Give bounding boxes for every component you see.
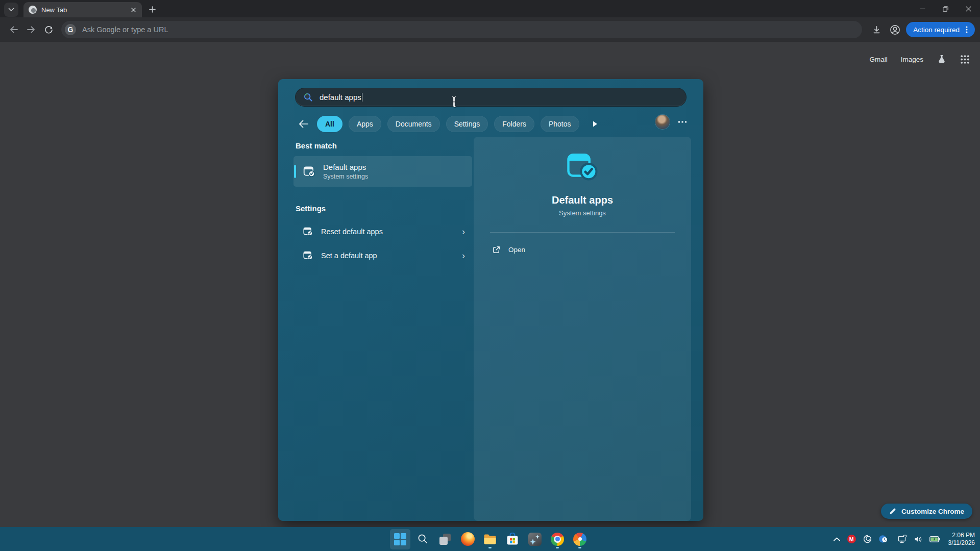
chevron-up-icon xyxy=(834,537,840,541)
search-back-button[interactable] xyxy=(297,117,310,131)
window-restore-button[interactable] xyxy=(934,0,957,17)
tab-close-button[interactable] xyxy=(129,5,138,14)
tray-volume-icon[interactable] xyxy=(914,536,922,543)
settings-item-reset-default-apps[interactable]: Reset default apps › xyxy=(293,220,472,243)
close-icon xyxy=(131,8,136,12)
play-icon xyxy=(593,121,598,127)
arrow-left-icon xyxy=(298,119,309,129)
running-indicator xyxy=(578,547,581,548)
customize-chrome-button[interactable]: Customize Chrome xyxy=(881,504,972,519)
close-icon xyxy=(966,6,971,12)
chromium-icon xyxy=(29,6,37,14)
google-apps-button[interactable] xyxy=(960,55,970,64)
browser-toolbar: G Ask Google or type a URL Action requir… xyxy=(0,17,980,42)
task-view-button[interactable] xyxy=(435,529,455,549)
search-results-column: Best match Default apps System settings xyxy=(293,136,472,267)
tab-title: New Tab xyxy=(41,6,129,14)
window-controls xyxy=(911,0,980,17)
chevron-right-icon: › xyxy=(462,251,465,260)
text-cursor xyxy=(451,96,457,108)
settings-item-label: Set a default app xyxy=(321,252,462,260)
profile-button[interactable] xyxy=(886,21,904,38)
new-tab-button[interactable] xyxy=(145,3,159,17)
reload-button[interactable] xyxy=(40,21,57,38)
tray-battery-icon[interactable] xyxy=(929,536,940,542)
tray-display-icon[interactable] xyxy=(898,535,907,543)
customize-chrome-label: Customize Chrome xyxy=(901,508,964,515)
action-required-label: Action required xyxy=(913,26,960,34)
system-tray: M xyxy=(834,527,975,551)
restore-icon xyxy=(943,6,948,12)
filter-pill-all[interactable]: All xyxy=(317,116,342,132)
best-match-header: Best match xyxy=(296,141,472,150)
menu-dots-icon[interactable] xyxy=(962,24,972,35)
search-query-text: default apps xyxy=(320,93,361,102)
window-close-button[interactable] xyxy=(957,0,980,17)
filter-pill-documents[interactable]: Documents xyxy=(387,116,440,132)
tab-new-tab[interactable]: New Tab xyxy=(23,2,142,17)
window-minimize-button[interactable] xyxy=(911,0,934,17)
open-action[interactable]: Open xyxy=(474,243,691,256)
filter-pill-apps[interactable]: Apps xyxy=(349,116,381,132)
tray-mega-icon[interactable]: M xyxy=(847,535,856,543)
labs-button[interactable] xyxy=(937,54,947,64)
images-link[interactable]: Images xyxy=(901,56,923,63)
tray-show-hidden-button[interactable] xyxy=(834,537,840,541)
windows-search-panel: default apps All Apps Documents Settings… xyxy=(278,79,703,521)
downloads-button[interactable] xyxy=(867,21,886,38)
best-match-item-default-apps[interactable]: Default apps System settings xyxy=(293,156,472,187)
back-button[interactable] xyxy=(5,21,22,38)
open-external-icon xyxy=(492,245,501,254)
settings-app-icon xyxy=(303,226,313,237)
taskbar-file-explorer-button[interactable] xyxy=(480,529,500,549)
taskbar-sparkle-app-button[interactable] xyxy=(525,529,545,549)
start-button[interactable] xyxy=(390,529,410,549)
gmail-link[interactable]: Gmail xyxy=(869,56,887,63)
reload-icon xyxy=(44,26,53,34)
google-g-icon: G xyxy=(65,24,76,35)
open-label: Open xyxy=(508,246,525,254)
address-bar[interactable]: G Ask Google or type a URL xyxy=(61,21,862,38)
more-filters-button[interactable] xyxy=(589,117,602,131)
search-input[interactable]: default apps xyxy=(295,88,687,107)
tab-search-button[interactable] xyxy=(4,3,18,17)
taskbar-chrome-button[interactable] xyxy=(547,529,568,549)
settings-item-label: Reset default apps xyxy=(321,228,462,236)
running-indicator xyxy=(556,547,559,548)
task-view-icon xyxy=(439,533,451,545)
tray-spiral-icon[interactable] xyxy=(863,535,872,543)
taskbar-store-button[interactable] xyxy=(502,529,523,549)
ellipsis-icon xyxy=(678,121,687,123)
settings-item-set-a-default-app[interactable]: Set a default app › xyxy=(293,244,472,267)
search-filter-row: All Apps Documents Settings Folders Phot… xyxy=(297,115,602,132)
tray-clock-app-icon[interactable] xyxy=(879,535,888,543)
file-explorer-icon xyxy=(483,534,497,545)
taskbar-search-button[interactable] xyxy=(412,529,433,549)
profile-icon xyxy=(890,24,900,35)
forward-icon xyxy=(27,26,36,34)
forward-button[interactable] xyxy=(22,21,40,38)
chrome-icon xyxy=(551,533,564,546)
filter-pill-photos[interactable]: Photos xyxy=(541,116,579,132)
sparkle-app-icon xyxy=(528,533,542,546)
microsoft-store-icon xyxy=(506,533,519,546)
running-indicator xyxy=(488,547,492,548)
search-icon xyxy=(417,533,429,545)
windows-logo-icon xyxy=(394,533,406,545)
panel-options-button[interactable] xyxy=(677,118,688,126)
apps-grid-icon xyxy=(960,55,970,64)
filter-pill-folders[interactable]: Folders xyxy=(494,116,534,132)
firefox-icon xyxy=(461,532,475,546)
user-avatar[interactable] xyxy=(655,115,670,129)
taskbar-browser-button[interactable] xyxy=(570,529,590,549)
minimize-icon xyxy=(920,6,925,12)
filter-pill-settings[interactable]: Settings xyxy=(446,116,488,132)
pencil-icon xyxy=(889,508,896,515)
action-required-button[interactable]: Action required xyxy=(906,22,975,37)
search-icon xyxy=(303,92,313,103)
taskbar-firefox-button[interactable] xyxy=(457,529,478,549)
chevron-down-icon xyxy=(8,8,14,12)
default-apps-large-icon xyxy=(566,151,599,184)
tray-clock[interactable]: 2:06 PM 3/11/2026 xyxy=(948,532,975,547)
address-bar-placeholder: Ask Google or type a URL xyxy=(82,26,168,34)
